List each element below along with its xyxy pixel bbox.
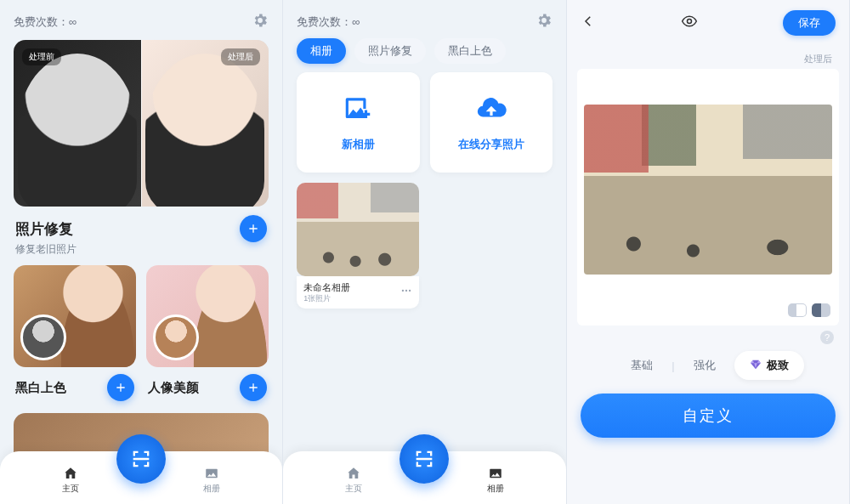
gear-icon[interactable] (536, 12, 552, 31)
help-icon[interactable]: ? (820, 331, 834, 344)
nav-album[interactable]: 相册 (462, 466, 530, 495)
nav-home[interactable]: 主页 (37, 466, 105, 495)
free-count-label: 免费次数：∞ (14, 14, 76, 30)
free-count-label: 免费次数：∞ (297, 14, 360, 30)
custom-button[interactable]: 自定义 (581, 394, 836, 438)
compare-split-icon[interactable] (788, 303, 807, 317)
preview-eye-icon[interactable] (681, 13, 698, 33)
card-portrait-beauty[interactable]: 人像美颜 (146, 265, 269, 401)
album-count: 1张照片 (303, 294, 350, 303)
nav-home-label: 主页 (345, 483, 362, 495)
svg-point-2 (409, 290, 411, 292)
add-photo-repair-button[interactable] (240, 215, 267, 242)
nav-album-label: 相册 (487, 483, 504, 495)
tag-before: 处理前 (22, 48, 61, 65)
level-basic[interactable]: 基础 (612, 351, 672, 380)
scan-fab[interactable] (116, 434, 166, 484)
beauty-preview-circle (153, 314, 199, 360)
tab-bw[interactable]: 黑白上色 (434, 38, 506, 64)
processed-tag: 处理后 (567, 44, 849, 65)
photo-repair-title: 照片修复 (15, 219, 73, 239)
canvas-wrap (577, 69, 839, 326)
level-enhance[interactable]: 强化 (675, 351, 734, 380)
album-name: 未命名相册 (303, 281, 350, 294)
gear-icon[interactable] (252, 12, 269, 31)
gem-icon (750, 359, 762, 373)
hero-card-photo-repair[interactable]: 处理前 处理后 (14, 40, 269, 207)
screen-home: 免费次数：∞ 处理前 处理后 照片修复 修复老旧照片 黑白上色 (0, 0, 283, 504)
card-bw-colorize[interactable]: 黑白上色 (14, 265, 136, 401)
editor-top-bar: 保存 (567, 0, 849, 44)
tag-after: 处理后 (221, 48, 260, 65)
canvas-photo[interactable] (584, 105, 832, 275)
share-online-card[interactable]: 在线分享照片 (430, 72, 552, 173)
top-bar: 免费次数：∞ (283, 0, 565, 38)
level-row: 基础 | 强化 极致 (567, 351, 849, 380)
add-beauty-button[interactable] (240, 374, 267, 401)
scan-fab[interactable] (400, 434, 449, 484)
nav-album[interactable]: 相册 (178, 466, 246, 495)
image-plus-icon (342, 93, 374, 128)
tab-repair[interactable]: 照片修复 (354, 38, 426, 64)
compare-side-icon[interactable] (812, 303, 830, 317)
album-thumbnail (297, 183, 419, 276)
new-album-label: 新相册 (342, 137, 375, 152)
album-tabs: 相册 照片修复 黑白上色 (283, 38, 565, 72)
bw-preview-circle (20, 314, 66, 360)
new-album-card[interactable]: 新相册 (297, 72, 419, 173)
bottom-nav: 主页 相册 (0, 451, 282, 504)
nav-album-label: 相册 (203, 483, 220, 495)
cloud-upload-icon (475, 93, 507, 128)
tab-album[interactable]: 相册 (297, 38, 346, 64)
add-bw-colorize-button[interactable] (107, 374, 134, 401)
bw-colorize-title: 黑白上色 (15, 380, 66, 396)
bottom-nav: 主页 相册 (283, 451, 565, 504)
nav-home-label: 主页 (62, 483, 79, 495)
nav-home[interactable]: 主页 (320, 466, 388, 495)
album-tile[interactable]: 未命名相册 1张照片 (297, 183, 419, 309)
screen-album: 免费次数：∞ 相册 照片修复 黑白上色 新相册 在线分享照片 未命名 (283, 0, 566, 504)
back-icon[interactable] (581, 14, 596, 32)
screen-editor: 保存 处理后 ? 基础 | 强化 极致 自定义 (567, 0, 850, 504)
level-ultra-label: 极致 (767, 358, 789, 373)
save-button[interactable]: 保存 (783, 10, 836, 36)
share-online-label: 在线分享照片 (458, 137, 524, 152)
beauty-title: 人像美颜 (148, 380, 199, 396)
svg-point-0 (402, 290, 404, 292)
more-icon[interactable] (400, 285, 412, 300)
svg-point-3 (687, 20, 691, 24)
level-ultra[interactable]: 极致 (734, 351, 804, 380)
top-bar: 免费次数：∞ (0, 0, 282, 38)
photo-repair-sub: 修复老旧照片 (0, 242, 282, 265)
svg-point-1 (405, 290, 407, 292)
